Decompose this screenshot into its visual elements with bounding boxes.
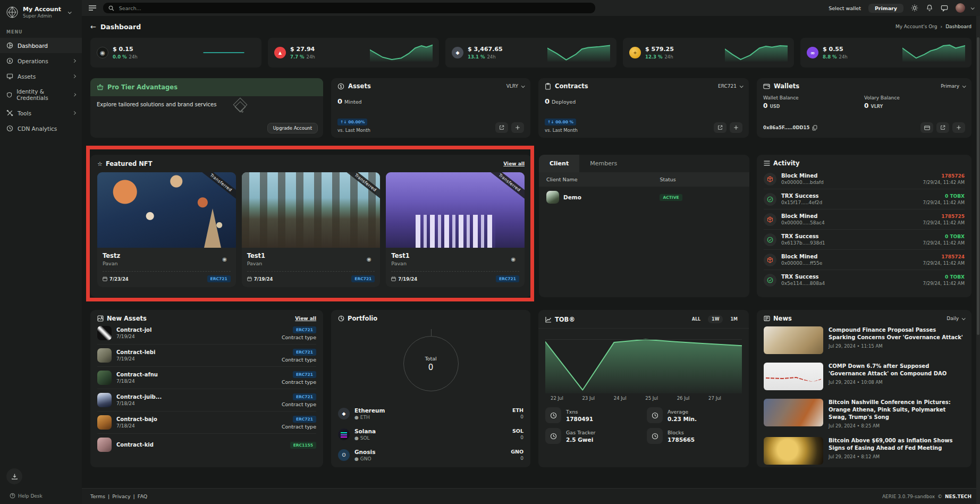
sidebar-item-tools[interactable]: Tools: [0, 105, 82, 121]
block-cube-icon: [767, 257, 773, 263]
page-content: ← Dashboard My Account's Org › Dashboard…: [82, 16, 980, 488]
assets-open-button[interactable]: [495, 122, 508, 133]
sidebar-item-cdn-analytics[interactable]: CDN Analytics: [0, 121, 82, 136]
ticker-card[interactable]: ◆ $ 3,467.65 13.1 %24h: [445, 38, 616, 68]
assets-filter-dropdown[interactable]: VLRY: [506, 83, 524, 89]
nft-card[interactable]: Transferred Testz Pavan ◉ 7/23/24: [97, 172, 236, 287]
scrollbar[interactable]: [976, 16, 980, 504]
calendar-icon: [103, 276, 107, 281]
sidebar-item-assets[interactable]: Assets: [0, 69, 82, 84]
list-item[interactable]: Block Mined0x00000.....58ac4 17857257/29…: [764, 209, 965, 230]
list-item[interactable]: Solana● SOL SOL0: [338, 424, 523, 444]
faq-link[interactable]: FAQ: [138, 493, 147, 499]
assets-count: 0: [337, 97, 342, 105]
breadcrumb-page[interactable]: Dashboard: [945, 24, 971, 29]
ticker-card[interactable]: ▲ $ 27.94 7.7 %24h: [268, 38, 439, 68]
search-input[interactable]: [118, 5, 590, 12]
list-item[interactable]: Block Mined0x00000.....bdafd 17857267/29…: [764, 169, 965, 189]
contracts-filter-dropdown[interactable]: ERC721: [718, 83, 742, 89]
nft-name: Testz: [103, 252, 231, 259]
news-panel: News Daily Compound Finance Proposal Pas…: [757, 310, 971, 467]
portfolio-asset-amount: 0: [512, 414, 523, 419]
scrollbar-thumb[interactable]: [977, 37, 979, 335]
assets-add-button[interactable]: [511, 122, 524, 133]
tab-members[interactable]: Members: [579, 155, 628, 172]
activity-title: Activity: [773, 159, 800, 167]
list-item[interactable]: Contract-juib...7/18/24 ERC721Contract t…: [97, 389, 316, 411]
list-item[interactable]: TRX Success0x5e114.....808a4 0 TOBX7/29/…: [764, 270, 965, 290]
ticker-card[interactable]: ✦ $ 579.25 12.3 %24h: [623, 38, 794, 68]
new-assets-view-all-link[interactable]: View all: [295, 316, 316, 321]
list-item[interactable]: Compound Finance Proposal Passes Sparkin…: [764, 322, 965, 358]
news-headline: Bitcoin Above $69,000 as Inflation Shows…: [829, 437, 965, 452]
wallets-filter-dropdown[interactable]: Primary: [941, 83, 965, 89]
featured-nft-view-all-link[interactable]: View all: [503, 161, 525, 166]
tob-stat-average: Average0.23 Min.: [647, 407, 742, 423]
list-item[interactable]: Contract-bajo7/18/24 ERC721Contract type: [97, 411, 316, 434]
breadcrumb-org[interactable]: My Account's Org: [895, 24, 937, 29]
gridline: [545, 339, 742, 340]
help-icon: [10, 493, 15, 499]
block-cube-icon: [767, 176, 773, 182]
select-wallet-button[interactable]: Select wallet: [829, 5, 861, 11]
contracts-add-button[interactable]: [730, 122, 742, 133]
list-item[interactable]: COMP Down 6.7% after Supposed 'Governanc…: [764, 358, 965, 394]
privacy-link[interactable]: Privacy: [112, 493, 130, 499]
copy-icon[interactable]: [812, 125, 817, 131]
list-item[interactable]: TRX Success0x15f17.....4ef2d 0 TOBX7/29/…: [764, 189, 965, 209]
list-item[interactable]: Block Mined0x00000.....ff55e 17857247/29…: [764, 250, 965, 270]
upgrade-account-button[interactable]: Upgrade Account: [267, 123, 318, 133]
list-item[interactable]: ʘ Gnosis● GNO GNO0: [338, 444, 523, 465]
sidebar-item-operations[interactable]: Operations: [0, 53, 82, 69]
primary-wallet-button[interactable]: Primary: [868, 4, 903, 13]
range-all-button[interactable]: ALL: [688, 315, 705, 324]
notifications-button[interactable]: [926, 4, 933, 12]
list-item[interactable]: Contract-afnu7/18/24 ERC721Contract type: [97, 367, 316, 389]
list-item[interactable]: Contract-jol7/19/24 ERC721Contract type: [97, 322, 316, 345]
range-1w-button[interactable]: 1W: [708, 315, 723, 323]
wallet-card-button[interactable]: [920, 122, 933, 133]
nft-card[interactable]: Transferred Test1 Pavan ◉ 7/19/24: [242, 172, 381, 287]
table-row[interactable]: Demo ACTIVE: [539, 187, 749, 208]
user-menu[interactable]: [956, 3, 974, 13]
sidebar-item-dashboard[interactable]: Dashboard: [0, 38, 82, 53]
column-client-name: Client Name: [546, 177, 660, 182]
chevron-right-icon: [72, 93, 76, 97]
feedback-button[interactable]: [941, 5, 948, 12]
sidebar-item-identity-credentials[interactable]: Identity & Credentials: [0, 84, 82, 105]
ticker-card[interactable]: ◉ $ 0.15 0.0 %24h: [90, 38, 261, 68]
range-1m-button[interactable]: 1M: [726, 315, 742, 324]
fingerprint-icon[interactable]: ◉: [363, 253, 375, 265]
theme-toggle-button[interactable]: [911, 4, 918, 12]
wallet-open-button[interactable]: [936, 122, 949, 133]
list-icon: [764, 161, 770, 166]
list-item[interactable]: Bitcoin Above $69,000 as Inflation Shows…: [764, 433, 965, 467]
account-switcher[interactable]: My Account Super Admin: [0, 0, 82, 23]
list-item[interactable]: ◆ Ethereum● ETH ETH0: [338, 403, 523, 424]
nft-card[interactable]: Transferred Test1 Pavan ◉ 7/19/24: [386, 172, 525, 287]
news-frequency-dropdown[interactable]: Daily: [947, 316, 965, 321]
list-item[interactable]: Bitcoin Nashville Conference in Pictures…: [764, 394, 965, 433]
back-button[interactable]: ←: [90, 23, 96, 31]
volary-balance-value: 0: [864, 102, 868, 110]
wallet-add-button[interactable]: [952, 122, 965, 133]
contracts-open-button[interactable]: [714, 122, 726, 133]
help-desk-link[interactable]: Help Desk: [6, 493, 75, 499]
list-item[interactable]: TRX Success0x6137b.....938d1 0 TOBX7/29/…: [764, 230, 965, 250]
list-item[interactable]: Contract-kid ERC1155: [97, 434, 316, 456]
terms-link[interactable]: Terms: [90, 493, 105, 499]
list-item[interactable]: Contract-lebi7/19/24 ERC721Contract type: [97, 345, 316, 367]
download-button[interactable]: [6, 468, 22, 484]
activity-time: 7/29/24, 11:42 AM: [923, 261, 965, 266]
tab-client[interactable]: Client: [539, 155, 579, 172]
ticker-change: 8.8 %: [823, 54, 837, 60]
fingerprint-icon[interactable]: ◉: [508, 253, 519, 265]
fingerprint-icon[interactable]: ◉: [219, 253, 231, 265]
price-sparkline: [370, 44, 433, 62]
stat-value: 2.5 Gwei: [566, 436, 595, 443]
bell-icon: [926, 4, 933, 12]
ticker-card[interactable]: ∞ $ 0.55 8.8 %24h: [800, 38, 971, 68]
hamburger-menu-icon[interactable]: [88, 5, 97, 11]
block-cube-icon: [767, 216, 773, 223]
activity-value: 1785724: [923, 254, 965, 259]
